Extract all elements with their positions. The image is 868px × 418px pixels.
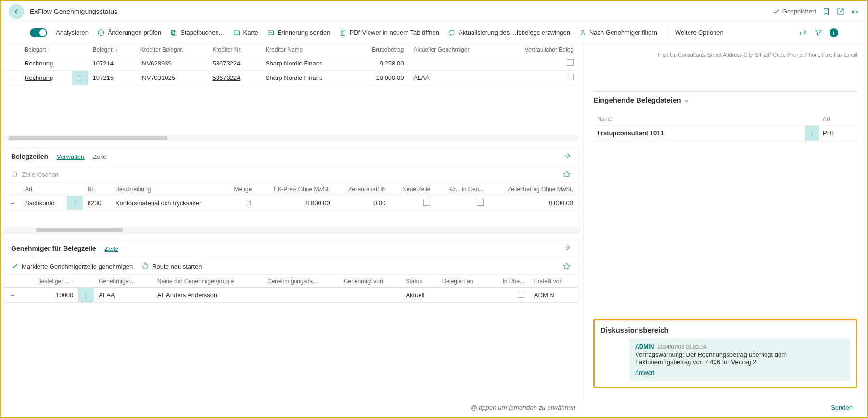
col-name[interactable]: Name der Genehmigergruppe <box>153 275 263 288</box>
row-menu-button[interactable]: ⋮ <box>67 196 83 210</box>
cell-besch: Kontorsmaterial och trycksaker <box>111 196 224 210</box>
col-kreditor-nr[interactable]: Kreditor Nr. <box>207 43 260 56</box>
col-bestell[interactable]: Bestellgen... ↑ <box>20 275 78 288</box>
row-menu-button[interactable]: ⋮ <box>805 126 819 141</box>
share-icon[interactable] <box>562 152 571 161</box>
horizontal-scrollbar[interactable] <box>4 227 578 233</box>
share-icon[interactable] <box>562 244 571 253</box>
page-title: ExFlow Genehmigungsstatus <box>30 8 772 15</box>
analyze-toggle[interactable] <box>30 28 47 37</box>
lines-header: Belegzeilen Verwalten Zeile <box>4 147 578 166</box>
cell-belegart: Rechnung <box>20 56 72 71</box>
col-arrow <box>4 43 20 56</box>
filter-icon[interactable] <box>814 28 823 37</box>
card-button[interactable]: Karte <box>233 29 258 37</box>
table-row[interactable]: firstupconsultant 1011 ⋮ PDF <box>593 126 857 141</box>
row-menu-button[interactable]: ⋮ <box>78 288 94 302</box>
filter-approver-button[interactable]: Nach Genehmiger filtern <box>579 29 657 37</box>
col-kreditor-name[interactable]: Kreditor Name <box>261 43 352 56</box>
col-genehmiger[interactable]: Genehmiger... <box>94 275 153 288</box>
col-belegart[interactable]: Belegart ↑ <box>20 43 72 56</box>
col-beschreibung[interactable]: Beschreibung <box>111 183 224 196</box>
content-area: Belegart ↑ Belegnr. ↑ Kreditor Belegnr. … <box>1 43 867 417</box>
left-panel: Belegart ↑ Belegnr. ↑ Kreditor Belegnr. … <box>1 43 583 417</box>
current-row-arrow-icon: → <box>4 196 20 210</box>
table-row[interactable]: → 10000 ⋮ ALAA AL Anders Andersson Aktue… <box>4 288 578 302</box>
back-button[interactable] <box>9 4 24 19</box>
col-aktueller[interactable]: Aktueller Genehmiger <box>408 43 498 56</box>
col-nr[interactable]: Nr. <box>83 183 111 196</box>
col-art[interactable]: Art <box>20 183 67 196</box>
mention-input[interactable] <box>468 401 826 414</box>
approvers-line-tab[interactable]: Zeile <box>105 245 118 252</box>
files-header[interactable]: Eingehende Belegdateien ⌄ <box>593 91 857 108</box>
bookmark-icon[interactable] <box>822 7 830 16</box>
pdf-viewer-button[interactable]: PDf-Viewer in neuem Tab öffnen <box>339 29 439 37</box>
col-kreditor-belegnr[interactable]: Kreditor Belegnr. <box>136 43 208 56</box>
col-neue[interactable]: Neue Zeile <box>391 183 435 196</box>
col-menge[interactable]: Menge <box>224 183 256 196</box>
col-betrag[interactable]: Zeilenbetrag Ohne MwSt. <box>488 183 578 196</box>
col-rabatt[interactable]: Zeilenrabatt % <box>335 183 391 196</box>
approvers-title: Genehmiger für Belegzeile <box>11 245 96 252</box>
table-row[interactable]: → Rechnung ⋮ 107215 INV7031025 53673224 … <box>4 71 578 85</box>
col-brutto[interactable]: Bruttobetrag <box>352 43 409 56</box>
restart-label: Route neu starten <box>152 263 202 270</box>
table-row[interactable]: → Sachkonto ⋮ 6230 Kontorsmaterial och t… <box>4 196 578 210</box>
popout-icon[interactable] <box>836 7 845 16</box>
reply-button[interactable]: Antwort <box>635 369 844 376</box>
new-line-checkbox[interactable] <box>423 199 430 206</box>
confidential-checkbox[interactable] <box>567 59 574 66</box>
ko-checkbox[interactable] <box>477 199 484 206</box>
horizontal-scrollbar[interactable] <box>4 135 578 141</box>
in-checkbox[interactable] <box>518 291 524 298</box>
delete-line-button[interactable]: Zeile löschen <box>11 170 59 178</box>
info-icon[interactable]: i <box>830 28 838 37</box>
confidential-checkbox[interactable] <box>567 74 574 80</box>
col-ko[interactable]: Ko... in Gen... <box>435 183 488 196</box>
restart-route-button[interactable]: Route neu starten <box>141 262 202 270</box>
lines-manage-tab[interactable]: Verwalten <box>57 153 84 160</box>
file-name-link[interactable]: firstupconsultant 1011 <box>593 126 805 141</box>
col-file-name[interactable]: Name <box>593 113 805 126</box>
check-changes-button[interactable]: Änderungen prüfen <box>97 29 161 37</box>
comment-body: Vertragswarnung: Der Rechnungsbetrag übe… <box>635 351 844 366</box>
row-menu-button[interactable]: ⋮ <box>72 71 88 85</box>
send-button[interactable]: Senden <box>826 401 857 414</box>
col-da[interactable]: Genehmigungsda... <box>262 275 339 288</box>
col-belegnr[interactable]: Belegnr. ↑ <box>88 43 136 56</box>
col-erstellt[interactable]: Erstellt von <box>529 275 578 288</box>
col-delegiert[interactable]: Delegiert an <box>437 275 489 288</box>
batch-post-button[interactable]: Stapelbuchen... <box>170 29 224 37</box>
col-vertraulich[interactable]: Vertraulicher Beleg <box>498 43 578 56</box>
force-refresh-button[interactable]: Aktualisierung des ...fsbelegs erzwingen <box>448 29 570 37</box>
pin-icon[interactable] <box>562 262 571 271</box>
pin-icon[interactable] <box>562 170 571 179</box>
cell-knr[interactable]: 53673224 <box>207 71 260 85</box>
lines-table: Art Nr. Beschreibung Menge EK-Preis Ohne… <box>4 183 578 210</box>
cell-belegart[interactable]: Rechnung <box>20 71 72 85</box>
more-options-button[interactable]: Weitere Optionen <box>675 29 724 36</box>
reminder-label: Erinnerung senden <box>278 29 331 36</box>
approvers-header: Genehmiger für Belegzeile Zeile <box>4 239 578 258</box>
approvers-actions: Markierte Genehmigerzeile genehmigen Rou… <box>4 258 578 275</box>
cell-bestell[interactable]: 10000 <box>20 288 78 302</box>
svg-rect-4 <box>268 31 273 35</box>
cell-genehmiger[interactable]: ALAA <box>94 288 153 302</box>
col-von[interactable]: Genehmigt von <box>339 275 401 288</box>
current-row-arrow-icon: → <box>4 288 20 302</box>
approve-line-button[interactable]: Markierte Genehmigerzeile genehmigen <box>11 262 133 270</box>
col-file-art[interactable]: Art <box>819 113 857 126</box>
cell-nr[interactable]: 6230 <box>83 196 111 210</box>
cell-knr[interactable]: 53673224 <box>207 56 260 71</box>
col-status[interactable]: Status <box>401 275 437 288</box>
share-icon[interactable] <box>799 28 807 37</box>
analyze-label[interactable]: Analysieren <box>56 29 89 36</box>
col-in[interactable]: In Übe... <box>489 275 529 288</box>
batch-icon <box>170 29 178 37</box>
table-row[interactable]: Rechnung 107214 INV628939 53673224 Sharp… <box>4 56 578 71</box>
col-ek[interactable]: EK-Preis Ohne MwSt. <box>256 183 335 196</box>
collapse-icon[interactable] <box>851 7 859 16</box>
reminder-button[interactable]: Erinnerung senden <box>267 29 331 37</box>
lines-line-tab[interactable]: Zeile <box>93 153 106 160</box>
